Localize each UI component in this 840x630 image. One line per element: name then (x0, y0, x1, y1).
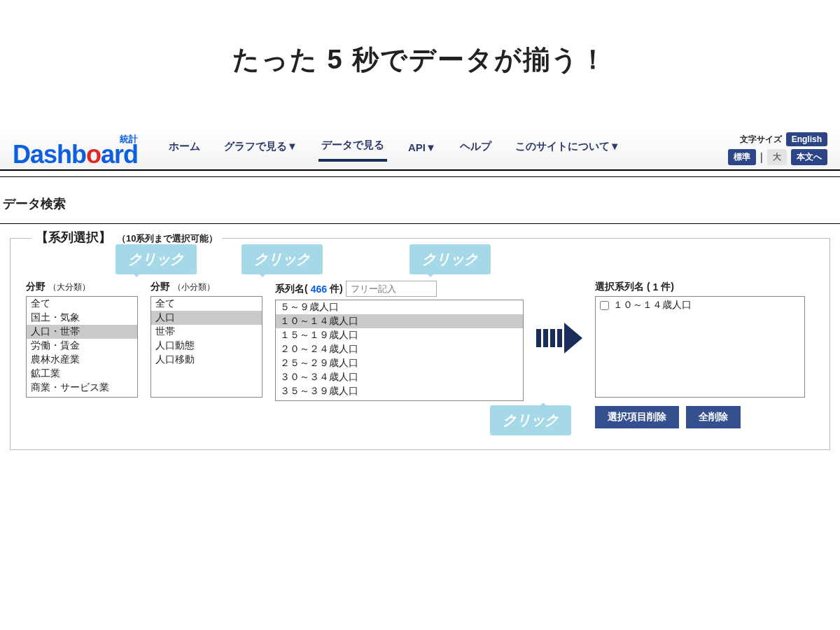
font-large-button[interactable]: 大 (767, 149, 787, 165)
list-item[interactable]: 商業・サービス業 (27, 381, 137, 395)
minor-category-listbox[interactable]: 全て 人口 世帯 人口動態 人口移動 (150, 296, 262, 398)
col-series-name: 系列名(466件) ５～９歳人口 １０～１４歳人口 １５～１９歳人口 ２０～２４… (275, 281, 524, 401)
list-item[interactable]: 国土・気象 (27, 311, 137, 325)
list-item[interactable]: 人口・世帯 (27, 325, 137, 339)
arrow-icon (536, 323, 582, 354)
series-listbox[interactable]: ５～９歳人口 １０～１４歳人口 １５～１９歳人口 ２０～２４歳人口 ２５～２９歳… (275, 300, 524, 401)
selected-item-label: １０～１４歳人口 (613, 299, 692, 312)
page-headline: たった 5 秒でデータが揃う！ (0, 0, 840, 127)
callout-click-3: クリック (410, 244, 491, 274)
list-item[interactable]: １５～１９歳人口 (276, 328, 523, 342)
list-item[interactable]: 人口 (151, 311, 262, 325)
series-count: 466 (311, 284, 327, 295)
col2-title: 分野 (150, 281, 170, 293)
col3-title-a: 系列名( (275, 283, 308, 295)
list-item[interactable]: 世帯 (151, 325, 262, 339)
col3-title-b: 件) (330, 283, 343, 295)
panel-note: （10系列まで選択可能） (117, 232, 218, 245)
col-major-category: 分野 （大分類） 全て 国土・気象 人口・世帯 労働・賃金 農林水産業 鉱工業 … (26, 281, 138, 398)
list-item[interactable]: 人口動態 (151, 339, 262, 353)
nav-help[interactable]: ヘルプ (457, 136, 494, 160)
col4-title-a: 選択系列名 ( (595, 281, 650, 293)
list-item[interactable]: 全て (27, 297, 137, 311)
nav-about[interactable]: このサイトについて▼ (512, 136, 623, 160)
list-item[interactable]: ３０～３４歳人口 (276, 370, 523, 384)
list-item[interactable]: 農林水産業 (27, 353, 137, 367)
section-title: データ検索 (0, 183, 840, 218)
list-item[interactable]: １０～１４歳人口 (276, 314, 523, 328)
col2-paren: （小分類） (173, 281, 215, 293)
nav-data[interactable]: データで見る (318, 134, 387, 162)
selected-listbox[interactable]: １０～１４歳人口 (595, 296, 805, 398)
font-standard-button[interactable]: 標準 (728, 149, 756, 165)
list-item[interactable]: ２０～２４歳人口 (276, 342, 523, 356)
selected-item-checkbox[interactable] (600, 301, 609, 310)
english-button[interactable]: English (786, 132, 827, 146)
col-minor-category: 分野 （小分類） 全て 人口 世帯 人口動態 人口移動 (150, 281, 262, 398)
header-tools: 文字サイズ English 標準 | 大 本文へ (728, 132, 827, 169)
skip-to-body-button[interactable]: 本文へ (791, 149, 827, 165)
list-item[interactable]: 人口移動 (151, 353, 262, 367)
list-item[interactable]: 全て (151, 297, 262, 311)
list-item[interactable]: 鉱工業 (27, 367, 137, 381)
main-nav: ホーム グラフで見る▼ データで見る API▼ ヘルプ このサイトについて▼ (166, 134, 728, 167)
divider (0, 176, 840, 177)
delete-all-button[interactable]: 全削除 (686, 406, 741, 428)
callout-click-2: クリック (241, 244, 323, 274)
logo[interactable]: 統計 Dashboard (13, 133, 138, 169)
list-item[interactable]: 労働・賃金 (27, 339, 137, 353)
major-category-listbox[interactable]: 全て 国土・気象 人口・世帯 労働・賃金 農林水産業 鉱工業 商業・サービス業 (26, 296, 138, 398)
divider (0, 223, 840, 224)
nav-home[interactable]: ホーム (166, 136, 203, 160)
nav-graph[interactable]: グラフで見る▼ (221, 136, 300, 160)
col4-title-b: 件) (661, 281, 674, 293)
separator: | (760, 151, 763, 164)
panel-label: 【系列選択】 (36, 229, 111, 246)
panel-legend: 【系列選択】 （10系列まで選択可能） (31, 229, 222, 246)
col1-title: 分野 (26, 281, 46, 293)
selected-count: 1 (653, 281, 659, 293)
font-size-label: 文字サイズ (740, 134, 782, 146)
list-item[interactable]: ５～９歳人口 (276, 300, 523, 314)
callout-click-1: クリック (115, 244, 197, 274)
callout-click-4: クリック (490, 405, 571, 435)
list-item[interactable]: ２５～２９歳人口 (276, 356, 523, 370)
series-select-panel: 【系列選択】 （10系列まで選択可能） クリック クリック クリック クリック … (10, 238, 830, 450)
selected-item[interactable]: １０～１４歳人口 (596, 297, 804, 314)
delete-selected-button[interactable]: 選択項目削除 (595, 406, 679, 428)
col-selected-series: 選択系列名 (1件) １０～１４歳人口 選択項目削除 全削除 (595, 281, 805, 428)
list-item[interactable]: ３５～３９歳人口 (276, 384, 523, 398)
logo-text: Dashboard (13, 140, 138, 169)
nav-api[interactable]: API▼ (405, 137, 439, 160)
top-bar: 統計 Dashboard ホーム グラフで見る▼ データで見る API▼ ヘルプ… (0, 127, 840, 171)
col1-paren: （大分類） (48, 281, 90, 293)
